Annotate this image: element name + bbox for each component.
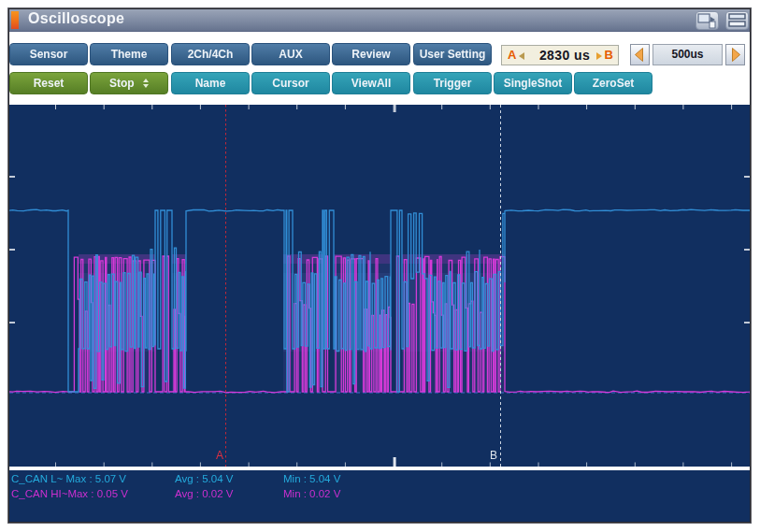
svg-text:A: A	[216, 449, 223, 462]
svg-text:B: B	[490, 449, 497, 462]
